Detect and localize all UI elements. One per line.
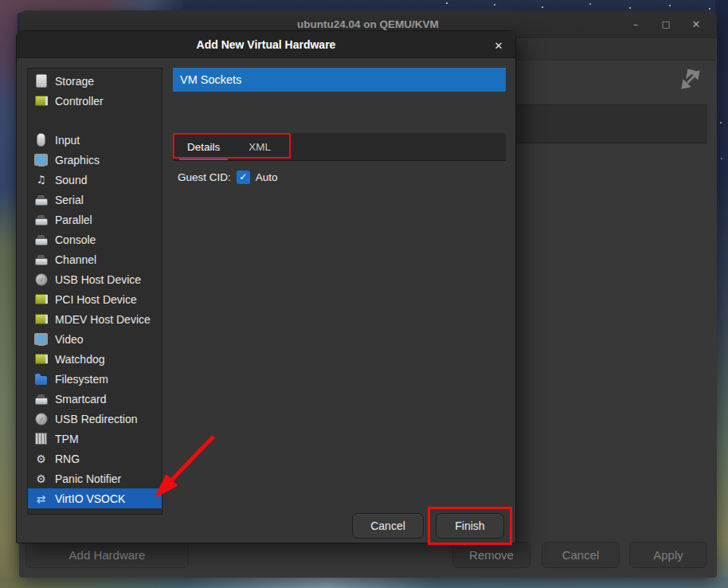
sidebar-item-label: Filesystem — [55, 373, 108, 386]
monitor-icon — [34, 153, 48, 167]
sidebar-item-video[interactable]: Video — [28, 329, 162, 349]
sidebar-item-mdev-host-device[interactable]: MDEV Host Device — [28, 309, 162, 329]
sidebar-item-virtio-vsock[interactable]: ⇄VirtIO VSOCK — [28, 488, 162, 508]
dialog-footer: Cancel Finish — [17, 513, 515, 539]
tab-xml[interactable]: XML — [234, 133, 285, 161]
dialog-close-icon[interactable]: ✕ — [490, 37, 507, 54]
sidebar-item-label: Sound — [55, 174, 87, 186]
sidebar-item-label: Channel — [55, 253, 96, 266]
drive-icon — [34, 74, 48, 88]
sidebar-item-label: RNG — [55, 453, 80, 465]
chip-icon — [34, 94, 48, 108]
sidebar-item-label: PCI Host Device — [55, 293, 137, 306]
chip-icon — [34, 292, 48, 306]
sidebar-item-usb-host-device[interactable]: USB Host Device — [28, 269, 162, 289]
sidebar-item-controller[interactable]: Controller — [28, 91, 162, 111]
tab-bar: DetailsXML — [173, 133, 506, 161]
dialog-title: Add New Virtual Hardware — [17, 31, 515, 58]
serial-icon — [34, 392, 48, 406]
sidebar-item-usb-redirection[interactable]: USB Redirection — [28, 409, 162, 429]
mouse-icon — [34, 133, 48, 147]
add-hardware-dialog: Add New Virtual Hardware ✕ StorageContro… — [16, 30, 516, 543]
sidebar-item-label: TPM — [55, 433, 79, 445]
sidebar-item-parallel[interactable]: Parallel — [28, 210, 162, 229]
auto-checkbox[interactable]: ✓ — [237, 171, 250, 184]
sidebar-item-label: Controller — [55, 95, 104, 108]
dialog-content: VM Sockets DetailsXML Guest CID: ✓ Auto — [173, 68, 506, 515]
tpm-icon — [34, 432, 48, 445]
wallpaper-stars — [446, 2, 448, 4]
sidebar-item-label: USB Host Device — [55, 273, 141, 286]
usb-icon — [34, 272, 48, 286]
sidebar-item-label: Graphics — [55, 154, 100, 167]
sidebar-item-label: Video — [55, 333, 84, 346]
auto-label: Auto — [256, 171, 278, 183]
sidebar-item-graphics[interactable]: Graphics — [28, 150, 162, 170]
sidebar-item-label: VirtIO VSOCK — [55, 492, 125, 505]
sidebar-item-input[interactable]: Input — [28, 130, 162, 150]
usb-icon — [34, 412, 48, 425]
sidebar-item-pci-host-device[interactable]: PCI Host Device — [28, 289, 162, 309]
wallpaper-bottom-strip — [0, 577, 728, 588]
sidebar-item-serial[interactable]: Serial — [28, 190, 162, 210]
cancel-button[interactable]: Cancel — [352, 513, 424, 539]
add-hardware-button[interactable]: Add Hardware — [25, 542, 189, 568]
sidebar-item-label: Panic Notifier — [55, 472, 121, 485]
sidebar-item-panic-notifier[interactable]: ⚙Panic Notifier — [28, 468, 162, 488]
sidebar-item-label: Parallel — [55, 214, 92, 226]
guest-cid-row: Guest CID: ✓ Auto — [178, 167, 278, 187]
gear-icon: ⚙ — [34, 472, 48, 485]
minimize-icon[interactable]: – — [626, 15, 645, 34]
sidebar-item-label: Watchdog — [55, 353, 105, 366]
sidebar-item-tpm[interactable]: TPM — [28, 429, 162, 449]
sidebar-item-label: Input — [55, 134, 80, 147]
dialog-titlebar[interactable]: Add New Virtual Hardware ✕ — [17, 31, 515, 58]
background-cancel-button[interactable]: Cancel — [542, 542, 620, 568]
monitor-icon — [34, 332, 48, 346]
fullscreen-icon[interactable] — [679, 68, 703, 92]
chip-icon — [34, 352, 48, 366]
arrows-icon: ⇄ — [34, 492, 48, 505]
sidebar-item-channel[interactable]: Channel — [28, 249, 162, 269]
sidebar-item-label: Smartcard — [55, 393, 107, 406]
serial-icon — [34, 213, 48, 226]
apply-button[interactable]: Apply — [629, 542, 707, 568]
sidebar-item-console[interactable]: Console — [28, 229, 162, 249]
sidebar-item-rng[interactable]: ⚙RNG — [28, 449, 162, 468]
folder-icon — [34, 372, 48, 386]
gear-icon: ⚙ — [34, 452, 48, 465]
desktop: ubuntu24.04 on QEMU/KVM – □ ✕ Add Hardwa… — [0, 0, 728, 588]
wallpaper-left-strip — [0, 0, 18, 588]
close-icon[interactable]: ✕ — [687, 15, 706, 34]
sidebar-item-filesystem[interactable]: Filesystem — [28, 369, 162, 389]
guest-cid-label: Guest CID: — [178, 171, 231, 183]
sidebar-spacer — [28, 111, 162, 130]
sidebar-item-label: MDEV Host Device — [55, 313, 151, 326]
maximize-icon[interactable]: □ — [656, 15, 675, 34]
sidebar-item-sound[interactable]: ♫Sound — [28, 170, 162, 190]
sidebar-item-storage[interactable]: Storage — [28, 71, 162, 91]
tab-details[interactable]: Details — [173, 133, 234, 161]
serial-icon — [34, 233, 48, 246]
sound-icon: ♫ — [34, 173, 48, 186]
sidebar-item-label: Storage — [55, 75, 94, 88]
window-controls: – □ ✕ — [626, 10, 706, 38]
remove-button[interactable]: Remove — [452, 542, 530, 568]
sidebar-item-watchdog[interactable]: Watchdog — [28, 349, 162, 369]
serial-icon — [34, 193, 48, 206]
serial-icon — [34, 253, 48, 266]
chip-icon — [34, 312, 48, 326]
sidebar-item-label: USB Redirection — [55, 413, 138, 425]
sidebar-item-label: Serial — [55, 194, 84, 206]
wallpaper-right-strip — [715, 0, 728, 588]
panel-header: VM Sockets — [173, 68, 506, 92]
hardware-type-list: StorageControllerInputGraphics♫SoundSeri… — [27, 68, 162, 515]
sidebar-item-smartcard[interactable]: Smartcard — [28, 389, 162, 409]
sidebar-item-label: Console — [55, 233, 96, 246]
finish-button[interactable]: Finish — [436, 513, 504, 539]
